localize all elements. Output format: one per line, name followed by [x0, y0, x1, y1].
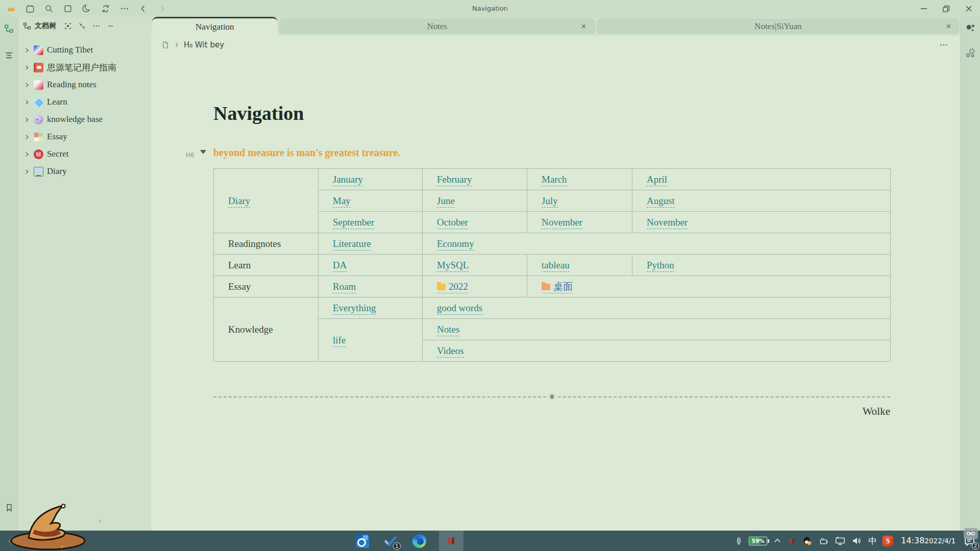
notebook-item-essay[interactable]: Essay [19, 128, 151, 145]
restore-button[interactable] [939, 3, 953, 15]
table-cell: 桌面 [527, 276, 891, 297]
notebook-list: Cutting Tibet思源笔记用户指南Reading notesLearnk… [19, 35, 151, 180]
ref-link-diary[interactable]: Diary [228, 195, 250, 208]
notebook-item-diary[interactable]: Diary [19, 163, 151, 180]
power-plug-icon[interactable] [818, 536, 829, 546]
ref-link-august[interactable]: August [647, 195, 675, 208]
close-button[interactable] [962, 3, 976, 15]
edge-icon[interactable] [410, 531, 428, 551]
doc-more-icon[interactable] [939, 40, 948, 49]
collapse-icon[interactable] [78, 22, 86, 30]
display-icon[interactable] [835, 535, 846, 546]
crown-icon[interactable] [5, 3, 17, 15]
expand-chevron-icon[interactable] [23, 82, 30, 88]
expand-chevron-icon[interactable] [23, 117, 30, 122]
ref-link-everything[interactable]: Everything [333, 303, 376, 315]
ref-link-mysql[interactable]: MySQL [437, 260, 469, 272]
ref-link-good-words[interactable]: good words [437, 303, 482, 315]
expand-chevron-icon[interactable] [23, 47, 30, 53]
ref-link-june[interactable]: June [437, 195, 455, 208]
table-body: DiaryJanuaryFebruaryMarchAprilMayJuneJul… [214, 169, 891, 362]
tab-navigation[interactable]: Navigation [152, 17, 278, 36]
graph-icon[interactable] [965, 23, 976, 34]
fold-triangle-icon[interactable] [200, 150, 206, 154]
ref-link-python[interactable]: Python [647, 260, 674, 272]
reader-app-icon[interactable] [439, 531, 463, 551]
file-tree-icon[interactable] [3, 22, 16, 35]
file-link-2022[interactable]: 2022 [437, 281, 468, 293]
todo-icon[interactable]: 1 [382, 531, 399, 551]
notebook-item-思源笔记用户指南[interactable]: 思源笔记用户指南 [19, 59, 151, 76]
ref-link-may[interactable]: May [333, 195, 351, 208]
minimize-panel-icon[interactable] [107, 22, 115, 30]
ref-link-life[interactable]: life [333, 335, 346, 347]
relations-icon[interactable] [965, 47, 976, 59]
ref-link-literature[interactable]: Literature [333, 238, 371, 251]
leaf-icon[interactable] [734, 537, 743, 545]
battery-percent: 59% [749, 538, 767, 544]
tab-notes-siyuan[interactable]: Notes|SiYuan [597, 18, 960, 34]
breadcrumb[interactable]: H₆ Wit bey [151, 36, 960, 54]
dark-mode-icon[interactable] [81, 3, 93, 15]
more-icon[interactable] [118, 3, 131, 15]
ref-link-november[interactable]: November [542, 217, 582, 229]
expand-chevron-icon[interactable] [23, 134, 30, 140]
notebook-item-learn[interactable]: Learn [19, 93, 151, 111]
folder-icon [437, 284, 446, 290]
notebook-item-cutting-tibet[interactable]: Cutting Tibet [19, 41, 151, 59]
battery-indicator[interactable]: 59% [749, 537, 767, 545]
tab-label: Navigation [195, 22, 234, 32]
forward-icon[interactable] [156, 3, 168, 15]
bookmark-icon[interactable] [3, 501, 16, 514]
ref-link-july[interactable]: July [542, 195, 558, 208]
ref-link-november[interactable]: November [647, 217, 688, 229]
expand-chevron-icon[interactable] [23, 152, 30, 157]
ref-link-october[interactable]: October [437, 217, 468, 229]
ref-link-economy[interactable]: Economy [437, 238, 474, 251]
expand-chevron-icon[interactable] [23, 99, 30, 105]
tab-close-icon[interactable] [944, 22, 952, 31]
back-icon[interactable] [137, 3, 150, 15]
taskbar-clock[interactable]: 14:38 2022/4/1 [901, 536, 955, 546]
ref-link-roam[interactable]: Roam [333, 281, 356, 293]
daily-note-icon[interactable] [24, 3, 36, 15]
ref-link-march[interactable]: March [542, 174, 567, 186]
chain-link-icon[interactable] [964, 528, 978, 539]
tray-expand-icon[interactable] [773, 536, 782, 545]
taskbar: 关闭的笔记本 1 59% [0, 531, 980, 551]
table-cell: August [632, 190, 891, 212]
notebook-item-reading-notes[interactable]: Reading notes [19, 76, 151, 93]
table-cell: May [318, 190, 423, 212]
sogou-icon[interactable]: S [883, 536, 893, 546]
ref-link-february[interactable]: February [437, 174, 472, 186]
notebook-item-secret[interactable]: 秘Secret [19, 145, 151, 163]
ref-link-tableau[interactable]: tableau [542, 260, 570, 272]
ref-link-notes[interactable]: Notes [437, 324, 459, 336]
search-icon[interactable] [43, 3, 55, 15]
file-link--[interactable]: 桌面 [542, 281, 573, 293]
checkbox-icon[interactable] [62, 3, 74, 15]
qq-icon[interactable] [802, 536, 813, 546]
ref-link-da[interactable]: DA [333, 260, 347, 272]
ref-link-january[interactable]: January [333, 174, 363, 186]
outlook-icon[interactable] [353, 531, 371, 551]
ref-link-april[interactable]: April [647, 174, 667, 186]
closed-notebooks-row[interactable]: 关闭的笔记本 [7, 531, 69, 551]
more-icon[interactable] [92, 22, 101, 30]
minimize-button[interactable] [917, 3, 931, 15]
ref-link-september[interactable]: September [333, 217, 374, 229]
outline-icon[interactable] [3, 48, 16, 62]
notebook-item-knowledge-base[interactable]: knowledge base [19, 111, 151, 128]
volume-icon[interactable] [851, 535, 863, 546]
sync-icon[interactable] [100, 3, 112, 15]
ime-indicator[interactable]: 中 [868, 535, 877, 547]
reader-tray-icon[interactable] [788, 537, 796, 545]
focus-icon[interactable] [64, 22, 72, 30]
tab-notes[interactable]: Notes [279, 18, 595, 34]
breadcrumb-heading[interactable]: H₆ Wit bey [184, 40, 224, 49]
tab-close-icon[interactable] [580, 22, 588, 31]
expand-chevron-icon[interactable] [23, 65, 30, 70]
time-text: 14:38 [901, 536, 924, 546]
expand-chevron-icon[interactable] [23, 169, 30, 174]
ref-link-videos[interactable]: Videos [437, 345, 464, 358]
